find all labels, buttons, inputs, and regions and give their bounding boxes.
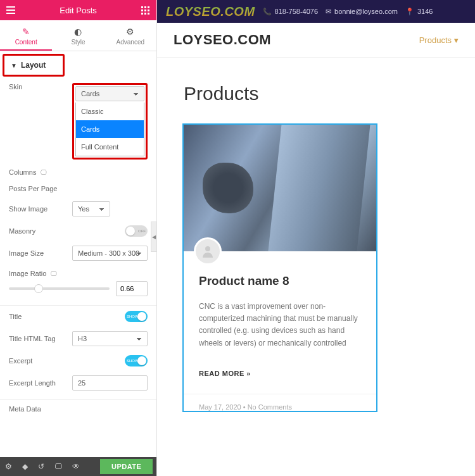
card-image xyxy=(184,125,376,251)
history-icon[interactable]: ↺ xyxy=(38,462,44,471)
tab-style[interactable]: ◐ Style xyxy=(52,20,104,51)
topbar-logo: LOYSEO.COM xyxy=(166,4,255,19)
card-body: Product name 8 CNC is a vast improvement… xyxy=(184,265,376,394)
chevron-down-icon: ▾ xyxy=(454,35,459,45)
title-label: Title xyxy=(9,313,72,320)
preview-pane: ◀ LOYSEO.COM 📞 818-758-4076 ✉ bonnie@loy… xyxy=(157,0,475,476)
section-layout-label: Layout xyxy=(21,61,46,70)
monitor-icon[interactable]: 🖵 xyxy=(51,270,57,277)
skin-option-cards[interactable]: Cards xyxy=(76,120,144,138)
update-button[interactable]: UPDATE xyxy=(100,459,153,474)
topbar-phone[interactable]: 📞 818-758-4076 xyxy=(263,8,319,16)
caret-down-icon: ▼ xyxy=(11,62,17,69)
meta-data-label: Meta Data xyxy=(9,405,41,457)
editor-title: Edit Posts xyxy=(60,6,97,15)
control-meta-data: Meta Data × Date × Comments xyxy=(9,405,148,457)
divider xyxy=(0,305,156,306)
columns-label: Columns 🖵 xyxy=(9,168,72,176)
pin-icon: 📍 xyxy=(405,8,414,16)
hamburger-icon[interactable] xyxy=(6,6,15,14)
posts-per-page-label: Posts Per Page xyxy=(9,185,72,192)
control-columns: Columns 🖵 xyxy=(9,168,148,176)
nav-products[interactable]: Products ▾ xyxy=(419,35,459,45)
image-ratio-slider[interactable] xyxy=(9,287,110,290)
image-ratio-slider-row xyxy=(9,281,148,296)
editor-sidebar: Edit Posts ✎ Content ◐ Style ⚙ Advanced … xyxy=(0,0,157,476)
masonry-toggle[interactable]: OFF xyxy=(125,225,148,237)
control-skin: Skin Cards Classic Cards Full Content xyxy=(9,83,148,160)
product-card[interactable]: Product name 8 CNC is a vast improvement… xyxy=(182,123,377,412)
toggle-show-label: SHOW xyxy=(127,359,139,363)
card-excerpt: CNC is a vast improvement over non-compu… xyxy=(199,301,361,349)
site-topbar: LOYSEO.COM 📞 818-758-4076 ✉ bonnie@loyse… xyxy=(157,0,475,23)
editor-topbar: Edit Posts xyxy=(0,0,156,20)
masonry-label: Masonry xyxy=(9,227,72,235)
skin-option-classic[interactable]: Classic xyxy=(76,103,144,120)
tab-advanced-label: Advanced xyxy=(117,39,144,46)
panel-body: Skin Cards Classic Cards Full Content Co… xyxy=(0,77,156,457)
skin-options-list: Classic Cards Full Content xyxy=(75,103,144,156)
card-date: May 17, 2020 xyxy=(199,403,241,411)
monitor-icon[interactable]: 🖵 xyxy=(41,169,47,176)
excerpt-toggle[interactable]: SHOW xyxy=(125,355,148,366)
image-size-label: Image Size xyxy=(9,249,72,257)
card-title: Product name 8 xyxy=(199,274,361,288)
layers-icon[interactable]: ◆ xyxy=(22,462,28,471)
mail-icon: ✉ xyxy=(326,8,331,16)
svg-point-0 xyxy=(205,246,210,251)
collapse-handle[interactable]: ◀ xyxy=(151,222,157,252)
control-posts-per-page: Posts Per Page xyxy=(9,185,148,192)
slider-thumb[interactable] xyxy=(34,284,43,293)
excerpt-label: Excerpt xyxy=(9,357,72,365)
image-ratio-value[interactable] xyxy=(116,281,148,296)
footer-sep: • xyxy=(243,403,248,411)
pencil-icon: ✎ xyxy=(0,27,52,37)
image-size-select[interactable]: Medium - 300 x 300 xyxy=(72,246,148,261)
skin-select[interactable]: Cards xyxy=(75,86,144,101)
page-title: Products xyxy=(157,58,475,123)
control-excerpt-length: Excerpt Length xyxy=(9,375,148,391)
editor-bottom-bar: ⚙ ◆ ↺ 🖵 👁 UPDATE ▲ xyxy=(0,457,156,476)
tab-content[interactable]: ✎ Content xyxy=(0,20,52,51)
control-image-size: Image Size Medium - 300 x 300 xyxy=(9,246,148,261)
control-show-image: Show Image Yes xyxy=(9,201,148,216)
tab-style-label: Style xyxy=(71,39,85,46)
title-tag-label: Title HTML Tag xyxy=(9,335,72,342)
skin-dropdown-highlight: Cards Classic Cards Full Content xyxy=(72,83,148,160)
divider xyxy=(0,399,156,400)
control-masonry: Masonry OFF xyxy=(9,225,148,237)
card-comments: No Comments xyxy=(248,403,292,411)
image-ratio-label: Image Ratio 🖵 xyxy=(9,270,72,277)
control-title: Title SHOW xyxy=(9,311,148,322)
grid-icon[interactable] xyxy=(141,6,150,15)
topbar-email[interactable]: ✉ bonnie@loyseo.com xyxy=(326,8,398,16)
site-title[interactable]: LOYSEO.COM xyxy=(174,32,271,48)
title-tag-select[interactable]: H3 xyxy=(72,331,148,346)
control-excerpt: Excerpt SHOW xyxy=(9,355,148,366)
site-header: LOYSEO.COM Products ▾ xyxy=(157,23,475,58)
card-read-more[interactable]: READ MORE » xyxy=(199,370,251,377)
excerpt-length-label: Excerpt Length xyxy=(9,379,72,387)
toggle-off-label: OFF xyxy=(138,229,146,233)
contrast-icon: ◐ xyxy=(52,27,104,37)
show-image-select[interactable]: Yes xyxy=(72,201,110,216)
skin-label: Skin xyxy=(9,83,72,91)
topbar-address[interactable]: 📍 3146 xyxy=(405,8,433,16)
section-layout-header[interactable]: ▼ Layout xyxy=(3,54,65,77)
excerpt-length-input[interactable] xyxy=(72,375,148,391)
show-image-label: Show Image xyxy=(9,205,72,213)
nav-products-label: Products xyxy=(419,35,452,45)
editor-tabs: ✎ Content ◐ Style ⚙ Advanced xyxy=(0,20,156,51)
responsive-icon[interactable]: 🖵 xyxy=(54,462,62,471)
tab-advanced[interactable]: ⚙ Advanced xyxy=(104,20,156,51)
preview-eye-icon[interactable]: 👁 xyxy=(72,462,80,471)
skin-option-fullcontent[interactable]: Full Content xyxy=(76,138,144,156)
phone-icon: 📞 xyxy=(263,8,272,16)
toggle-show-label: SHOW xyxy=(127,315,139,318)
gear-icon: ⚙ xyxy=(104,27,156,37)
avatar xyxy=(194,237,222,265)
card-footer: May 17, 2020 • No Comments xyxy=(184,394,376,411)
user-icon xyxy=(200,244,215,259)
settings-icon[interactable]: ⚙ xyxy=(5,462,12,471)
title-toggle[interactable]: SHOW xyxy=(125,311,148,322)
